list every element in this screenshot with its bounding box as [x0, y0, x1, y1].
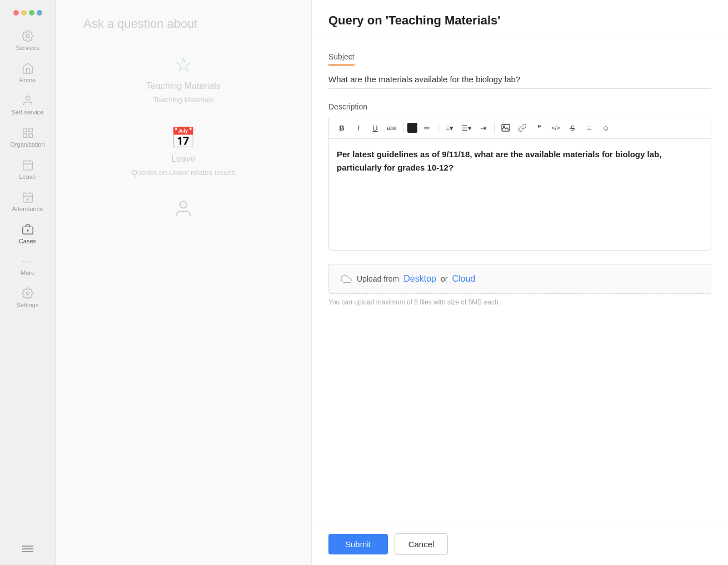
svg-point-18 — [180, 202, 187, 208]
subject-label: Subject — [328, 52, 355, 66]
logo-dot-blue — [37, 10, 42, 16]
form-area: Subject Description B I U abc ✏ ≡▾ ☰▾ — [312, 38, 728, 523]
sidebar-item-more[interactable]: ··· More — [0, 250, 55, 282]
strikethrough-button[interactable]: abc — [385, 121, 399, 135]
left-panel: Ask a question about ☆ Teaching Material… — [56, 0, 311, 565]
toolbar-separator — [403, 123, 403, 133]
more-dots: ··· — [22, 256, 33, 267]
subject-input[interactable] — [328, 71, 711, 89]
right-panel: Query on 'Teaching Materials' Subject De… — [311, 0, 728, 565]
svg-rect-5 — [23, 134, 26, 137]
sidebar-attendance-label: Attendance — [12, 206, 43, 212]
toolbar-separator — [438, 123, 438, 133]
leave-icon — [22, 159, 34, 171]
submit-button[interactable]: Submit — [328, 534, 388, 554]
organization-icon — [22, 127, 34, 139]
services-icon — [22, 30, 34, 42]
query-header: Query on 'Teaching Materials' — [312, 0, 728, 38]
sidebar-item-self-service[interactable]: Self-service — [0, 89, 55, 121]
hamburger-line — [22, 551, 33, 552]
sidebar-item-home[interactable]: Home — [0, 57, 55, 89]
sidebar-item-settings[interactable]: Settings — [0, 282, 55, 314]
person-icon — [173, 199, 193, 219]
sidebar-item-attendance[interactable]: Attendance — [0, 186, 55, 218]
teaching-materials-subtitle: Teaching Materials — [153, 96, 213, 104]
emoji-button[interactable]: ☺ — [599, 121, 613, 135]
image-icon — [501, 124, 510, 132]
toolbar-separator — [494, 123, 495, 133]
pencil-button[interactable]: ✏ — [420, 121, 434, 135]
bold-button[interactable]: B — [335, 121, 349, 135]
align-button[interactable]: ≡▾ — [442, 121, 457, 135]
svg-point-0 — [26, 34, 29, 38]
sidebar-item-services[interactable]: Services — [0, 24, 55, 57]
code-button[interactable]: </> — [549, 121, 563, 135]
settings-icon — [22, 287, 34, 299]
upload-or-text: or — [441, 274, 447, 283]
left-cards: ☆ Teaching Materials Teaching Materials … — [67, 53, 300, 221]
italic-button[interactable]: I — [351, 121, 366, 135]
upload-desktop-link[interactable]: Desktop — [403, 274, 436, 284]
leave-card[interactable]: 📅 Leave Queries on Leave related issues — [132, 126, 235, 177]
description-label: Description — [328, 102, 711, 111]
more-format-button[interactable]: ≡ — [582, 121, 596, 135]
svg-rect-4 — [28, 134, 32, 137]
ask-question-title: Ask a question about — [83, 17, 197, 31]
underline-button[interactable]: U — [368, 121, 382, 135]
editor-content[interactable]: Per latest guidelines as of 9/11/18, wha… — [329, 139, 711, 250]
cloud-upload-icon — [340, 273, 352, 284]
upload-area: Upload from Desktop or Cloud — [328, 264, 711, 294]
editor-container: B I U abc ✏ ≡▾ ☰▾ ⇥ — [328, 117, 711, 251]
sidebar-item-cases[interactable]: Cases — [0, 218, 55, 250]
editor-toolbar: B I U abc ✏ ≡▾ ☰▾ ⇥ — [329, 117, 711, 139]
indent-button[interactable]: ⇥ — [476, 121, 490, 135]
logo-dot-yellow — [21, 10, 27, 16]
sidebar-home-label: Home — [19, 77, 36, 83]
description-field: Description B I U abc ✏ ≡▾ ☰▾ ⇥ — [328, 102, 711, 251]
upload-text-prefix: Upload from — [357, 274, 399, 283]
leave-card-subtitle: Queries on Leave related issues — [132, 168, 235, 177]
svg-rect-10 — [23, 193, 32, 203]
attendance-icon — [22, 191, 34, 203]
query-title: Query on 'Teaching Materials' — [328, 13, 711, 28]
self-service-icon — [22, 94, 34, 107]
sidebar-leave-label: Leave — [19, 173, 36, 180]
cases-icon — [22, 223, 34, 236]
quote-button[interactable]: ❞ — [532, 121, 546, 135]
leave-card-title: Leave — [171, 154, 196, 164]
cancel-button[interactable]: Cancel — [395, 533, 448, 555]
sidebar-item-leave[interactable]: Leave — [0, 153, 55, 186]
svg-point-17 — [26, 292, 29, 295]
teaching-materials-card[interactable]: ☆ Teaching Materials Teaching Materials — [146, 53, 220, 104]
person-placeholder — [173, 199, 193, 221]
sidebar-more-label: More — [21, 269, 34, 276]
logo-dot-green — [29, 10, 34, 16]
hamburger-line — [22, 546, 33, 547]
sidebar: Services Home Self-service Organization … — [0, 0, 56, 565]
sidebar-item-organization[interactable]: Organization — [0, 121, 55, 153]
svg-rect-3 — [28, 128, 32, 132]
sidebar-settings-label: Settings — [17, 302, 39, 308]
subject-field: Subject — [328, 52, 711, 89]
sidebar-self-service-label: Self-service — [12, 109, 43, 116]
link-button[interactable] — [515, 121, 530, 135]
svg-rect-2 — [23, 128, 26, 132]
star-icon: ☆ — [174, 53, 192, 77]
app-logo — [13, 6, 42, 20]
list-button[interactable]: ☰▾ — [459, 121, 473, 135]
upload-cloud-link[interactable]: Cloud — [452, 274, 475, 284]
svg-point-1 — [26, 96, 29, 100]
calendar-icon: 📅 — [171, 126, 196, 149]
hamburger-menu[interactable] — [22, 538, 33, 559]
logo-dot-red — [13, 10, 19, 16]
form-actions: Submit Cancel — [312, 523, 728, 565]
image-button[interactable] — [498, 121, 513, 135]
sidebar-services-label: Services — [16, 44, 39, 51]
sidebar-org-label: Organization — [10, 141, 44, 148]
color-picker[interactable] — [407, 123, 417, 133]
teaching-materials-title: Teaching Materials — [146, 81, 220, 91]
home-icon — [22, 62, 34, 74]
hamburger-line — [22, 548, 33, 549]
strikethrough2-button[interactable]: S̶ — [565, 121, 580, 135]
link-icon — [518, 123, 527, 132]
